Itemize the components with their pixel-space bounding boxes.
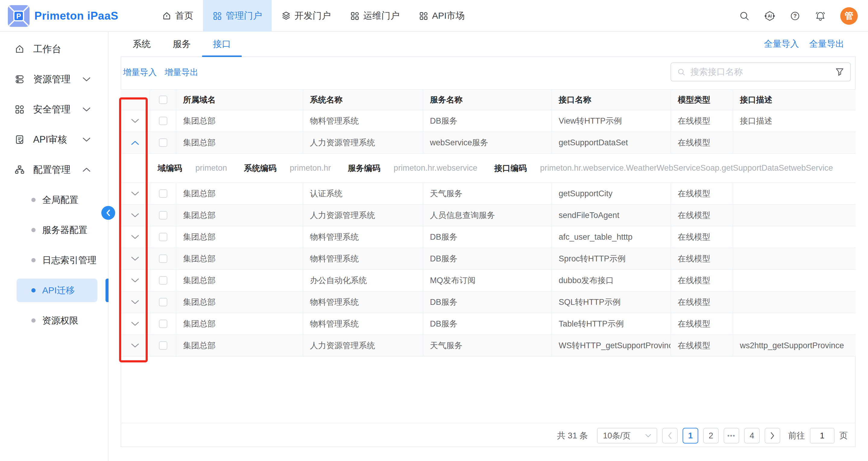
table-body: 集团总部物料管理系统DB服务View转HTTP示例在线模型接口描述集团总部人力资…: [121, 110, 856, 357]
cell-system: 物料管理系统: [303, 226, 423, 248]
row-checkbox[interactable]: [159, 298, 167, 306]
next-page-button[interactable]: [765, 428, 780, 443]
expand-chevron-icon[interactable]: [131, 278, 139, 283]
sidebar-item-security-mgmt[interactable]: 安全管理: [0, 94, 108, 125]
nav-item-admin-portal[interactable]: 管理门户: [203, 0, 272, 32]
cell-description: [733, 270, 856, 291]
row-checkbox[interactable]: [159, 117, 167, 125]
cell-system: 认证系统: [303, 183, 423, 204]
expand-chevron-icon[interactable]: [131, 256, 139, 261]
header-model-type: 模型类型: [671, 90, 733, 110]
prev-page-button[interactable]: [662, 428, 678, 443]
search-icon: [677, 68, 686, 76]
page-buttons: 12•••4: [683, 428, 760, 443]
expand-chevron-icon[interactable]: [131, 235, 139, 239]
sidebar-item-config-mgmt[interactable]: 配置管理: [0, 155, 108, 185]
cell-system: 办公自动化系统: [303, 270, 423, 291]
expand-chevron-icon[interactable]: [131, 119, 139, 123]
full-import-link[interactable]: 全量导入: [764, 38, 799, 50]
sidebar-collapse-button[interactable]: [101, 206, 115, 220]
nav-item-ops-portal[interactable]: 运维门户: [340, 0, 409, 32]
select-all-checkbox[interactable]: [159, 96, 167, 104]
expand-chevron-icon[interactable]: [131, 191, 139, 196]
expand-chevron-icon[interactable]: [131, 343, 139, 348]
cell-domain: 集团总部: [176, 110, 303, 131]
row-checkbox[interactable]: [159, 211, 167, 219]
bell-icon[interactable]: [815, 10, 826, 22]
row-checkbox[interactable]: [159, 341, 167, 350]
total-count: 共 31 条: [557, 430, 588, 441]
sidebar-item-resource-mgmt[interactable]: 资源管理: [0, 64, 108, 94]
home-icon: [162, 11, 172, 21]
top-bar: P Primeton iPaaS 首页 管理门户 开发门户 运维门户: [0, 0, 868, 32]
cell-description: [733, 205, 856, 226]
expand-chevron-icon[interactable]: [131, 141, 139, 145]
row-checkbox[interactable]: [159, 139, 167, 147]
user-avatar[interactable]: 管: [840, 7, 858, 25]
row-checkbox[interactable]: [159, 276, 167, 285]
bullet-icon: [31, 258, 36, 262]
tab-service[interactable]: 服务: [173, 32, 191, 56]
cell-domain: 集团总部: [176, 183, 303, 204]
sidebar-item-label: API审核: [33, 133, 67, 146]
nav-item-dev-portal[interactable]: 开发门户: [272, 0, 340, 32]
expand-chevron-icon[interactable]: [131, 300, 139, 305]
nav-item-api-market[interactable]: API市场: [409, 0, 474, 32]
pagination: 共 31 条 10条/页 12•••4 前往 页: [557, 428, 848, 443]
search-box: [671, 62, 851, 82]
incremental-action-links: 增量导入 增量导出: [123, 62, 198, 83]
row-checkbox[interactable]: [159, 319, 167, 328]
cell-api: WS转HTTP_getSupportProvince: [552, 335, 671, 356]
full-export-link[interactable]: 全量导出: [809, 38, 844, 50]
chevron-left-icon: [667, 432, 673, 439]
table-row: 集团总部物料管理系统DB服务SQL转HTTP示例在线模型: [121, 291, 856, 313]
page-button[interactable]: 4: [744, 428, 760, 443]
chevron-up-icon: [83, 167, 90, 172]
cell-model-type: 在线模型: [671, 313, 733, 334]
cell-system: 人力资源管理系统: [303, 132, 423, 153]
detail-pair: 系统编码primeton.hr: [244, 163, 331, 174]
nav-item-home[interactable]: 首页: [152, 0, 203, 32]
expand-chevron-icon[interactable]: [131, 213, 139, 218]
page-size-select[interactable]: 10条/页: [597, 428, 657, 443]
search-input[interactable]: [686, 67, 835, 77]
incremental-export-link[interactable]: 增量导出: [165, 67, 198, 78]
sidebar-item-workbench[interactable]: 工作台: [0, 34, 108, 64]
chevron-down-icon: [83, 107, 90, 112]
search-icon[interactable]: [739, 10, 750, 22]
sidebar-subitem-api-migration[interactable]: API迁移: [0, 275, 108, 305]
page-button[interactable]: 2: [703, 428, 719, 443]
sidebar-item-label: 资源管理: [33, 73, 70, 86]
cell-service: DB服务: [423, 313, 552, 334]
cell-api: afc_user_table_htttp: [552, 226, 671, 248]
sidebar-subitem-resource-permission[interactable]: 资源权限: [0, 305, 108, 336]
sidebar-subitem-global-config[interactable]: 全局配置: [0, 185, 108, 215]
chevron-left-icon: [105, 209, 111, 216]
primeton-logo-icon: P: [7, 4, 30, 27]
filter-icon[interactable]: [835, 67, 844, 76]
expand-chevron-icon[interactable]: [131, 322, 139, 326]
detail-pair: 域编码primeton: [158, 163, 227, 174]
help-icon[interactable]: ?: [789, 10, 801, 22]
page-ellipsis-button[interactable]: •••: [723, 428, 739, 443]
tab-interface[interactable]: 接口: [213, 32, 231, 56]
sidebar-item-api-review[interactable]: API审核: [0, 125, 108, 155]
row-checkbox[interactable]: [159, 254, 167, 263]
sidebar-subitem-log-index[interactable]: 日志索引管理: [0, 245, 108, 275]
row-checkbox[interactable]: [159, 189, 167, 198]
page-button[interactable]: 1: [683, 428, 698, 443]
row-checkbox[interactable]: [159, 233, 167, 241]
top-navigation: 首页 管理门户 开发门户 运维门户 API市场: [152, 0, 474, 32]
bullet-icon: [31, 198, 36, 202]
goto-page-input[interactable]: [810, 428, 835, 443]
pagination-divider: [121, 423, 856, 423]
ai-icon[interactable]: AI: [764, 10, 775, 22]
brand-title: Primeton iPaaS: [34, 10, 118, 22]
chevron-down-icon: [83, 77, 90, 82]
header-expand-column: [121, 90, 150, 110]
tab-system[interactable]: 系统: [133, 32, 151, 56]
sidebar-subitem-server-config[interactable]: 服务器配置: [0, 215, 108, 245]
incremental-import-link[interactable]: 增量导入: [123, 67, 157, 78]
layers-icon: [281, 11, 291, 21]
bullet-icon: [31, 228, 36, 232]
